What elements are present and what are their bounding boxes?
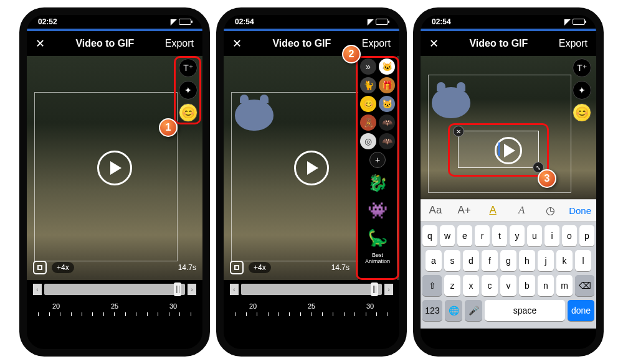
key-u[interactable]: u [527,225,542,246]
trim-track[interactable] [241,284,382,295]
ruler-label: 20 [249,302,257,310]
keyboard-row-2: asdfghjkl [422,250,594,271]
time-ruler[interactable]: 20 25 30 [224,299,399,324]
keyboard: qwertyuiop asdfghjkl ⇧zxcvbnm⌫ 123 🌐 🎤 s… [421,222,596,329]
export-button[interactable]: Export [165,38,194,49]
phone-screen-3: 02:54 ◤ ✕ Video to GIF Export T⁺ ✦ 😊 ✕ ⤡ [413,7,604,357]
key-i[interactable]: i [545,225,559,246]
trim-bar[interactable]: ‹ › [27,280,202,299]
video-canvas[interactable]: T⁺ ✦ 😊 1 +4x 14.7s [27,56,202,280]
trim-bar[interactable]: ‹ › [224,280,399,299]
key-w[interactable]: w [440,225,455,246]
key-e[interactable]: e [457,225,472,246]
trim-left-arrow[interactable]: ‹ [230,284,239,295]
play-button[interactable] [294,151,329,185]
canvas-bottom-bar: +4x 14.7s [224,255,356,280]
export-button[interactable]: Export [559,38,587,49]
highlight-box [174,56,201,124]
key-a[interactable]: a [426,250,442,271]
video-canvas[interactable]: » 🐱 🐈 🎁 😊 🐱 🧸 🦇 ◎ 🦇 [224,56,399,280]
key-123[interactable]: 123 [422,300,442,321]
title-bar: ✕ Video to GIF Export [224,31,399,56]
key-x[interactable]: x [463,275,479,296]
key-⌫[interactable]: ⌫ [575,275,594,296]
font-family-button[interactable]: Aa [426,204,445,217]
status-bar: 02:52 ◤ [27,15,202,29]
status-bar: 02:54 ◤ [421,15,596,29]
speed-badge[interactable]: +4x [249,262,271,273]
key-y[interactable]: y [510,225,525,246]
key-done[interactable]: done [568,300,594,321]
title-bar: ✕ Video to GIF Export [421,31,596,56]
callout-1: 1 [159,118,178,137]
font-color-button[interactable]: A [483,204,503,217]
close-button[interactable]: ✕ [36,37,45,50]
location-icon: ◤ [564,17,570,26]
battery-icon [179,19,191,25]
callout-2: 2 [342,45,361,63]
toolbar-done-button[interactable]: Done [569,205,591,216]
video-canvas[interactable]: T⁺ ✦ 😊 ✕ ⤡ 3 [421,56,596,199]
stop-button[interactable] [230,261,244,274]
add-emoji-tool[interactable]: 😊 [573,103,591,122]
key-o[interactable]: o [562,225,577,246]
key-r[interactable]: r [475,225,490,246]
trim-track[interactable] [44,284,185,295]
phone-screen-1: 02:52 ◤ ✕ Video to GIF Export T⁺ ✦ 😊 1 [19,7,210,357]
key-p[interactable]: p [579,225,594,246]
key-f[interactable]: f [482,250,498,271]
close-button[interactable]: ✕ [232,37,242,50]
font-style-button[interactable]: A [511,204,531,217]
font-size-button[interactable]: A+ [454,204,474,217]
key-h[interactable]: h [519,250,535,271]
key-c[interactable]: c [482,275,498,296]
status-bar: 02:54 ◤ [224,15,399,29]
canvas-bottom-bar: +4x 14.7s [27,255,202,280]
trim-left-arrow[interactable]: ‹ [33,284,42,295]
export-button[interactable]: Export [362,38,391,49]
key-q[interactable]: q [422,225,437,246]
key-space[interactable]: space [485,300,565,321]
location-icon: ◤ [368,17,373,26]
add-sticker-tool[interactable]: ✦ [573,81,591,100]
page-title: Video to GIF [75,38,134,49]
play-button[interactable] [97,151,132,185]
key-n[interactable]: n [538,275,554,296]
status-time: 02:54 [432,17,451,26]
speed-badge[interactable]: +4x [52,262,74,273]
key-k[interactable]: k [556,250,573,271]
trim-right-arrow[interactable]: › [384,284,393,295]
key-b[interactable]: b [519,275,535,296]
time-ruler[interactable]: 20 25 30 [27,299,202,324]
key-v[interactable]: v [500,275,516,296]
battery-icon [573,19,585,25]
placed-sticker-cat[interactable] [432,87,470,118]
key-mic[interactable]: 🎤 [465,300,482,321]
trim-right-arrow[interactable]: › [188,284,196,295]
tool-column: T⁺ ✦ 😊 [573,58,591,122]
stop-button[interactable] [33,261,47,274]
close-button[interactable]: ✕ [429,37,439,50]
history-button[interactable]: ◷ [540,204,560,217]
keyboard-row-3: ⇧zxcvbnm⌫ [422,275,594,296]
key-globe[interactable]: 🌐 [445,300,462,321]
key-g[interactable]: g [500,250,516,271]
key-⇧[interactable]: ⇧ [422,275,442,296]
add-text-tool[interactable]: T⁺ [573,58,591,77]
ruler-label: 25 [308,302,315,310]
key-j[interactable]: j [538,250,554,271]
callout-3: 3 [538,169,556,188]
key-d[interactable]: d [463,250,479,271]
trim-handle[interactable] [371,282,378,296]
key-m[interactable]: m [556,275,573,296]
keyboard-row-1: qwertyuiop [422,225,594,246]
key-t[interactable]: t [492,225,507,246]
highlight-box [448,123,549,177]
key-s[interactable]: s [444,250,460,271]
key-z[interactable]: z [444,275,460,296]
key-l[interactable]: l [575,250,591,271]
trim-handle[interactable] [174,282,181,296]
battery-icon [376,19,388,25]
placed-sticker-cat[interactable] [235,100,273,131]
duration-label: 14.7s [331,263,350,272]
